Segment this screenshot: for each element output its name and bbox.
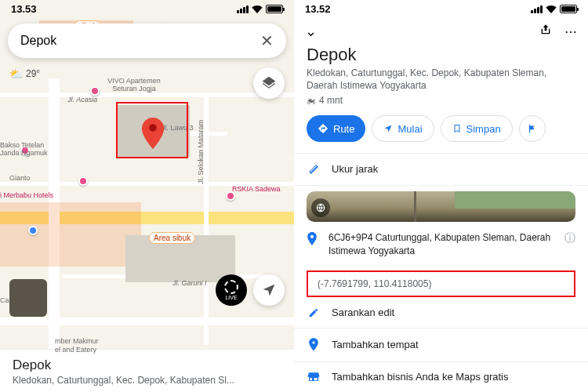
detail-panel: 13.52 ⌄ ⋯ Depok Kledokan, Caturtunggal, …: [294, 0, 588, 392]
coordinates-text: (-7.7691799, 110.4118005): [318, 278, 431, 289]
address-row[interactable]: 6CJ6+9P4 Caturtunggal, Kabupaten Sleman,…: [294, 222, 588, 267]
ruler-icon: [307, 163, 321, 176]
streetview-preview[interactable]: [307, 191, 575, 222]
directions-button[interactable]: Rute: [307, 115, 365, 142]
my-location-button[interactable]: [253, 274, 285, 306]
status-time: 13.53: [11, 3, 37, 15]
coordinates-box[interactable]: (-7.7691799, 110.4118005): [307, 270, 575, 297]
collapse-chevron-icon[interactable]: ⌄: [305, 23, 317, 40]
road-label: Jl. Acasia: [67, 96, 97, 103]
suggest-edit-row[interactable]: Sarankan edit: [294, 297, 588, 328]
flag-button[interactable]: [519, 115, 546, 142]
more-icon[interactable]: ⋯: [564, 24, 577, 39]
layers-button[interactable]: [253, 67, 285, 99]
status-indicators: [237, 5, 283, 13]
road-label: Jl. Garuni I: [172, 279, 207, 287]
clear-search-icon[interactable]: ✕: [260, 31, 274, 50]
map-pin-icon: [141, 118, 165, 152]
sheet-title: Depok: [13, 358, 281, 373]
live-view-button[interactable]: LIVE: [216, 274, 247, 306]
status-indicators: [531, 5, 577, 13]
travel-time: 🏍 4 mnt: [307, 95, 575, 106]
road-label: Jl. Selokan Mataram: [197, 120, 205, 184]
search-bar[interactable]: ✕: [8, 24, 286, 58]
poi-label: RSKIA Sadewa: [232, 185, 281, 193]
motorcycle-icon: 🏍: [307, 95, 316, 106]
add-business-row[interactable]: Tambahkan bisnis Anda ke Maps gratis: [294, 361, 588, 392]
streetview-thumbnail[interactable]: [9, 279, 47, 317]
place-sheet[interactable]: Depok Kledokan, Caturtunggal, Kec. Depok…: [0, 349, 294, 392]
poi-label: i Merbabu Hotels: [0, 191, 53, 199]
busy-tag-area: Area sibuk: [149, 232, 195, 244]
weather-chip[interactable]: ⛅29°: [9, 67, 40, 80]
poi-label: mber Makmur: [55, 337, 99, 345]
share-icon[interactable]: [539, 24, 552, 39]
poi-label: el and Eatery: [55, 346, 96, 354]
start-nav-button[interactable]: Mulai: [372, 115, 434, 142]
measure-distance-row[interactable]: Ukur jarak: [294, 154, 588, 185]
streetview-expand-icon[interactable]: [311, 198, 330, 217]
add-place-row[interactable]: Tambahkan tempat: [294, 328, 588, 361]
save-button[interactable]: Simpan: [441, 115, 513, 142]
store-icon: [307, 371, 321, 382]
place-subtitle: Kledokan, Caturtunggal, Kec. Depok, Kabu…: [307, 67, 575, 92]
status-time: 13.52: [305, 3, 331, 15]
search-input[interactable]: [20, 34, 260, 48]
map-canvas[interactable]: sibuk VIVO Apartemen Seturan Jogja Jl. A…: [0, 0, 294, 392]
poi-label: Gianto: [9, 174, 31, 182]
sheet-subtitle: Kledokan, Caturtunggal, Kec. Depok, Kabu…: [13, 375, 281, 386]
pencil-icon: [307, 307, 321, 318]
plus-code-text: 6CJ6+9P4 Caturtunggal, Kabupaten Sleman,…: [328, 231, 554, 258]
svg-point-0: [149, 124, 156, 131]
action-buttons: Rute Mulai Simpan: [294, 115, 588, 142]
map-panel: sibuk VIVO Apartemen Seturan Jogja Jl. A…: [0, 0, 294, 392]
poi-label: Bakso Tetelan Janda Ngamuk: [0, 141, 55, 157]
info-icon[interactable]: ⓘ: [564, 231, 575, 245]
pin-icon: [307, 232, 318, 249]
place-title: Depok: [307, 45, 575, 65]
poi-label: VIVO Apartemen Seturan Jogja: [99, 77, 169, 93]
add-place-icon: [307, 338, 321, 352]
